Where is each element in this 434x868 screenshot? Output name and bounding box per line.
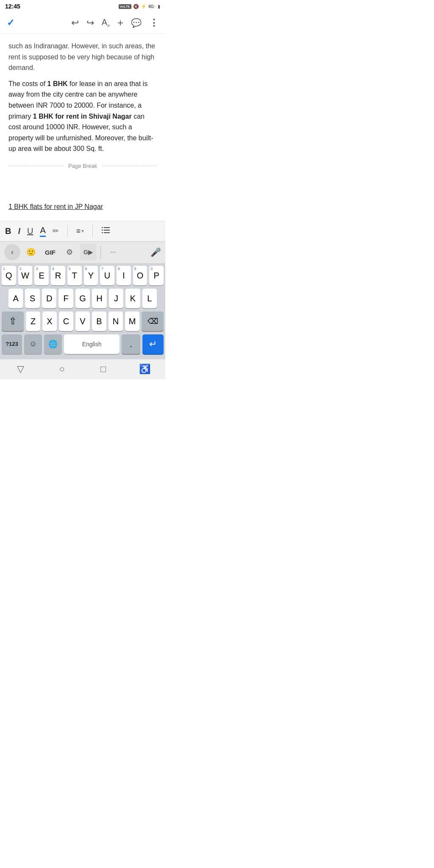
svg-rect-4: [102, 230, 103, 231]
key-s[interactable]: S: [25, 289, 39, 308]
4g-icon: 4G↑: [148, 4, 156, 9]
cut-top-para: such as Indiranagar. However, in such ar…: [8, 41, 157, 73]
status-bar: 12:45 VoLTE 🔇 ⚡ 4G↑ ▮: [0, 0, 165, 12]
keyboard: 1Q 2W 3E 4R 5T 6Y 7U 8I 9O 0P A S D F G …: [0, 263, 165, 359]
gif-button[interactable]: GIF: [42, 247, 59, 258]
para1-bold2: 1 BHK for rent in Shivaji Nagar: [33, 113, 132, 120]
paragraph-1: The costs of 1 BHK for lease in an area …: [8, 78, 157, 154]
key-m[interactable]: M: [125, 312, 139, 331]
key-l[interactable]: L: [142, 289, 157, 308]
extras-separator: [100, 245, 101, 259]
key-n[interactable]: N: [108, 312, 123, 331]
keyboard-row-2: A S D F G H J K L: [2, 289, 164, 308]
document-area[interactable]: such as Indiranagar. However, in such ar…: [0, 34, 165, 221]
nav-accessibility-button[interactable]: ♿: [132, 359, 157, 379]
enter-key[interactable]: ↵: [142, 334, 164, 354]
key-x[interactable]: X: [42, 312, 57, 331]
highlight-button[interactable]: ✏: [53, 226, 59, 236]
mute-icon: 🔇: [133, 4, 139, 9]
language-key[interactable]: 🌐: [44, 334, 62, 354]
volte-badge: VoLTE: [119, 4, 131, 9]
more-options-button[interactable]: ⋮: [149, 17, 159, 28]
key-f[interactable]: F: [58, 289, 73, 308]
key-w[interactable]: 2W: [18, 266, 33, 285]
bold-button[interactable]: B: [5, 226, 11, 236]
keyboard-back-button[interactable]: ‹: [4, 244, 20, 260]
mic-button[interactable]: 🎤: [150, 247, 161, 257]
keyboard-extras-row: ‹ 🙂 GIF ⚙ G▶ ··· 🎤: [0, 241, 165, 263]
key-h[interactable]: H: [92, 289, 106, 308]
page-break-label: Page Break: [63, 163, 102, 169]
redo-button[interactable]: ↪: [86, 17, 94, 28]
svg-rect-5: [102, 232, 103, 233]
key-c[interactable]: C: [59, 312, 73, 331]
add-button[interactable]: +: [117, 17, 123, 29]
top-toolbar: ✓ ↩ ↪ A≡ + 💬 ⋮: [0, 12, 165, 34]
space-key[interactable]: English: [64, 334, 120, 354]
keyboard-row-4: ?123 ☺ 🌐 English . ↵: [2, 334, 164, 354]
key-u[interactable]: 7U: [100, 266, 114, 285]
status-icons: VoLTE 🔇 ⚡ 4G↑ ▮: [119, 4, 161, 9]
toolbar-right: ↩ ↪ A≡ + 💬 ⋮: [71, 17, 159, 29]
align-button[interactable]: ≡ ▾: [76, 227, 84, 236]
svg-rect-3: [102, 227, 103, 228]
text-color-button[interactable]: A: [40, 225, 45, 237]
comment-button[interactable]: 💬: [131, 18, 142, 28]
svg-rect-2: [104, 232, 110, 233]
para1-bold1: 1 BHK: [47, 80, 68, 87]
shift-key[interactable]: ⇧: [2, 312, 24, 331]
signal-icon: ⚡: [141, 4, 147, 9]
period-key[interactable]: .: [122, 334, 140, 354]
nav-home-button[interactable]: ○: [49, 359, 75, 379]
key-v[interactable]: V: [75, 312, 90, 331]
format-toolbar: B I U A ✏ ≡ ▾: [0, 221, 165, 241]
text-format-button[interactable]: A≡: [102, 17, 110, 28]
emoji-key[interactable]: ☺: [24, 334, 42, 354]
translate-button[interactable]: G▶: [80, 244, 96, 260]
key-j[interactable]: J: [109, 289, 123, 308]
key-g[interactable]: G: [75, 289, 90, 308]
key-q[interactable]: 1Q: [2, 266, 16, 285]
toolbar-left: ✓: [7, 17, 14, 28]
svg-rect-0: [104, 227, 110, 228]
undo-button[interactable]: ↩: [71, 17, 79, 28]
document-text: such as Indiranagar. However, in such ar…: [8, 41, 157, 154]
settings-button[interactable]: ⚙: [61, 244, 78, 260]
keyboard-row-3: ⇧ Z X C V B N M ⌫: [2, 312, 164, 331]
new-section-heading: 1 BHK flats for rent in JP Nagar: [8, 195, 157, 214]
key-o[interactable]: 9O: [133, 266, 147, 285]
underline-button[interactable]: U: [27, 226, 33, 236]
key-y[interactable]: 6Y: [84, 266, 98, 285]
sticker-button[interactable]: 🙂: [23, 244, 39, 260]
page-break: Page Break: [8, 163, 157, 169]
key-b[interactable]: B: [92, 312, 106, 331]
key-p[interactable]: 0P: [149, 266, 164, 285]
svg-rect-1: [104, 230, 110, 231]
list-button[interactable]: [101, 226, 111, 236]
nav-bar: ▽ ○ □ ♿: [0, 359, 165, 379]
key-k[interactable]: K: [125, 289, 140, 308]
key-z[interactable]: Z: [26, 312, 40, 331]
para1-prefix: The costs of: [8, 80, 47, 87]
key-d[interactable]: D: [42, 289, 56, 308]
toolbar-separator-2: [92, 225, 93, 237]
nav-back-button[interactable]: ▽: [8, 359, 33, 379]
more-extras-button[interactable]: ···: [105, 244, 121, 260]
key-t[interactable]: 5T: [67, 266, 82, 285]
battery-icon: ▮: [158, 4, 160, 9]
nav-recents-button[interactable]: □: [91, 359, 116, 379]
key-a[interactable]: A: [8, 289, 23, 308]
page-break-space: [8, 178, 157, 195]
keyboard-row-1: 1Q 2W 3E 4R 5T 6Y 7U 8I 9O 0P: [2, 266, 164, 285]
confirm-button[interactable]: ✓: [7, 17, 14, 28]
symbols-key[interactable]: ?123: [2, 334, 22, 354]
toolbar-separator: [67, 225, 68, 237]
backspace-key[interactable]: ⌫: [142, 312, 164, 331]
page-break-line-right: [102, 166, 157, 166]
page-break-line-left: [8, 166, 63, 166]
key-e[interactable]: 3E: [34, 266, 49, 285]
italic-button[interactable]: I: [18, 226, 20, 236]
key-r[interactable]: 4R: [51, 266, 65, 285]
status-time: 12:45: [5, 3, 20, 10]
key-i[interactable]: 8I: [117, 266, 131, 285]
